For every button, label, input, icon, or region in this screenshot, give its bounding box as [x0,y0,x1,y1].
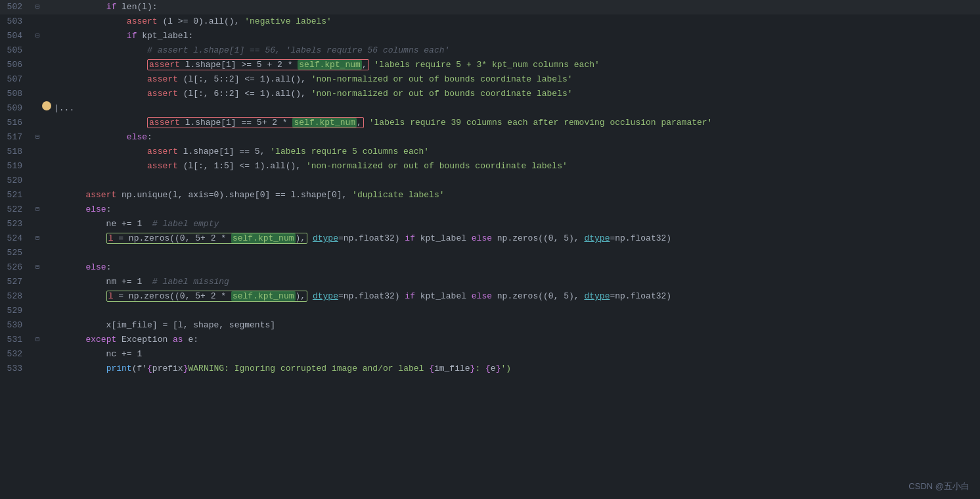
line-number: 531 [0,333,33,347]
line-number: 518 [0,145,33,159]
table-row: 504 ⊟ if kpt_label: [0,29,980,43]
code-content: assert (l >= 0).all(), 'negative labels' [42,14,980,29]
code-content: assert l.shape[1] >= 5 + 2 * self.kpt_nu… [42,58,980,72]
code-content: assert l.shape[1] == 5+ 2 * self.kpt_num… [42,116,980,130]
table-row: 502 ⊟ if len(l): [0,0,980,14]
table-row: 522 ⊟ else: [0,202,980,217]
table-row: 508 assert (l[:, 6::2] <= 1).all(), 'non… [0,87,980,101]
fold-indicator[interactable]: ⊟ [33,260,42,275]
line-number: 524 [0,231,33,246]
table-row: 524 ⊟ l = np.zeros((0, 5+ 2 * self.kpt_n… [0,231,980,246]
code-content: # assert l.shape[1] == 56, 'labels requi… [42,43,980,58]
table-row: 503 assert (l >= 0).all(), 'negative lab… [0,14,980,29]
table-row: 517 ⊟ else: [0,130,980,145]
fold-indicator[interactable]: ⊟ [33,202,42,217]
table-row: 516 assert l.shape[1] == 5+ 2 * self.kpt… [0,116,980,130]
code-content: |... [51,101,980,116]
code-content: except Exception as e: [42,333,980,347]
line-number: 527 [0,275,33,289]
line-number: 506 [0,58,33,72]
line-number: 507 [0,72,33,87]
code-content: assert (l[:, 5::2] <= 1).all(), 'non-nor… [42,72,980,87]
line-number: 523 [0,217,33,231]
watermark: CSDN @五小白 [908,481,969,492]
breakpoint-dot[interactable] [42,101,51,110]
table-row: 527 nm += 1 # label missing [0,275,980,289]
line-number: 533 [0,362,33,376]
code-content: else: [42,202,980,217]
table-row: 531 ⊟ except Exception as e: [0,333,980,347]
line-number: 521 [0,188,33,202]
line-number: 532 [0,347,33,362]
line-number: 530 [0,318,33,333]
fold-indicator[interactable]: ⊟ [33,333,42,347]
code-content: else: [42,130,980,145]
code-content: assert (l[:, 1:5] <= 1).all(), 'non-norm… [42,159,980,174]
line-number: 529 [0,304,33,318]
table-row: 523 ne += 1 # label empty [0,217,980,231]
code-content: if kpt_label: [42,29,980,43]
line-number: 508 [0,87,33,101]
line-number: 516 [0,116,33,130]
table-row: 529 [0,304,980,318]
line-number: 526 [0,260,33,275]
code-content: else: [42,260,980,275]
code-content: assert np.unique(l, axis=0).shape[0] == … [42,188,980,202]
code-content: nc += 1 [42,347,980,362]
line-number: 503 [0,14,33,29]
table-row: 532 nc += 1 [0,347,980,362]
line-number: 505 [0,43,33,58]
table-row: 530 x[im_file] = [l, shape, segments] [0,318,980,333]
code-content: if len(l): [42,0,980,14]
line-number: 528 [0,289,33,304]
line-number: 525 [0,246,33,260]
code-content: assert (l[:, 6::2] <= 1).all(), 'non-nor… [42,87,980,101]
line-number: 519 [0,159,33,174]
table-row: 519 assert (l[:, 1:5] <= 1).all(), 'non-… [0,159,980,174]
line-number: 504 [0,29,33,43]
line-number: 509 [0,101,33,116]
table-row: 507 assert (l[:, 5::2] <= 1).all(), 'non… [0,72,980,87]
line-number: 520 [0,174,33,188]
line-number: 502 [0,0,33,14]
table-row: 506 assert l.shape[1] >= 5 + 2 * self.kp… [0,58,980,72]
code-content: l = np.zeros((0, 5+ 2 * self.kpt_num), d… [42,289,980,304]
fold-indicator[interactable]: ⊟ [33,29,42,43]
code-content: assert l.shape[1] == 5, 'labels require … [42,145,980,159]
code-content: x[im_file] = [l, shape, segments] [42,318,980,333]
table-row: 520 [0,174,980,188]
table-row: 518 assert l.shape[1] == 5, 'labels requ… [0,145,980,159]
table-row: 525 [0,246,980,260]
table-row: 505 # assert l.shape[1] == 56, 'labels r… [0,43,980,58]
fold-indicator[interactable]: ⊟ [33,0,42,14]
code-content: print(f'{prefix}WARNING: Ignoring corrup… [42,362,980,376]
code-content: ne += 1 # label empty [42,217,980,231]
code-content: nm += 1 # label missing [42,275,980,289]
line-number: 517 [0,130,33,145]
table-row: 533 print(f'{prefix}WARNING: Ignoring co… [0,362,980,376]
code-editor: 502 ⊟ if len(l): 503 assert (l >= 0).all… [0,0,980,499]
fold-indicator[interactable]: ⊟ [33,130,42,145]
fold-indicator[interactable]: ⊟ [33,231,42,246]
code-content: l = np.zeros((0, 5+ 2 * self.kpt_num), d… [42,231,980,246]
line-number: 522 [0,202,33,217]
table-row: 526 ⊟ else: [0,260,980,275]
table-row: 509 |... [0,101,980,116]
table-row: 528 l = np.zeros((0, 5+ 2 * self.kpt_num… [0,289,980,304]
table-row: 521 assert np.unique(l, axis=0).shape[0]… [0,188,980,202]
